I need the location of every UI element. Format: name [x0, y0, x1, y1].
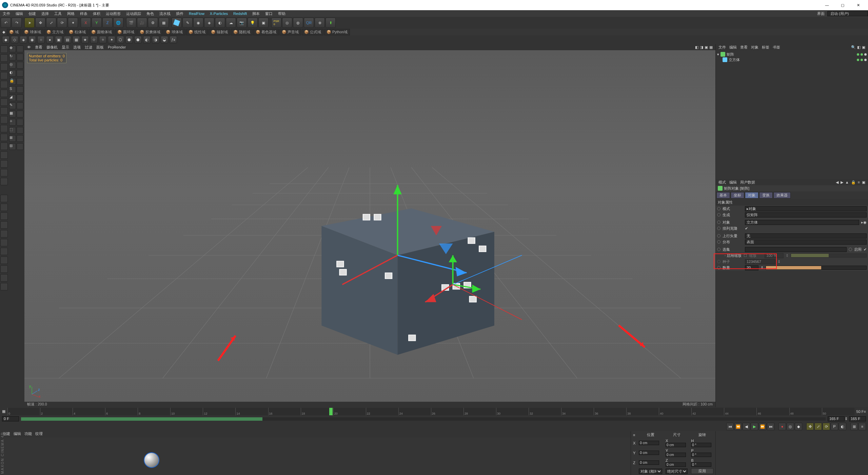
- tool2-9b[interactable]: [17, 119, 23, 126]
- keyframe-button[interactable]: ◆: [795, 423, 802, 430]
- make-editable-button[interactable]: [0, 134, 8, 141]
- palette-btn-j[interactable]: [0, 230, 8, 238]
- am-nav-back-icon[interactable]: ◀: [836, 180, 839, 185]
- coord-X-rot[interactable]: [691, 443, 711, 447]
- render-settings-button[interactable]: ⚙: [148, 18, 158, 28]
- attr-selection-field[interactable]: [745, 247, 847, 252]
- generator-button[interactable]: ◈: [204, 18, 214, 28]
- coord-Y-rot[interactable]: [691, 453, 711, 457]
- range-end-field[interactable]: 165 F: [828, 416, 845, 421]
- om-item-矩阵[interactable]: ▾矩阵: [717, 52, 867, 57]
- subdivision-button[interactable]: ◉: [193, 18, 203, 28]
- record-pos-button[interactable]: ✥: [806, 423, 814, 430]
- toolbar3-btn-10[interactable]: ☆: [90, 36, 98, 43]
- rotate-tool[interactable]: ⟳: [57, 18, 67, 28]
- attr-object-pick-icon[interactable]: ▸◉: [861, 220, 867, 225]
- toolbar3-btn-14[interactable]: ⬢: [125, 36, 133, 43]
- field-tab-随机域[interactable]: 📦 随机域: [231, 29, 253, 35]
- vp-toggle-3[interactable]: ▣: [705, 45, 708, 50]
- record-button[interactable]: ●: [778, 423, 786, 430]
- tool2-3b[interactable]: [17, 70, 23, 77]
- palette-btn-d[interactable]: [0, 169, 8, 176]
- vpmenu-选项[interactable]: 选项: [73, 45, 81, 50]
- toolbar3-btn-3[interactable]: ◉: [28, 36, 36, 43]
- menu-体积[interactable]: 体积: [90, 11, 103, 16]
- toolbar3-btn-12[interactable]: ✦: [108, 36, 115, 43]
- toolbar3-btn-1[interactable]: ◇: [11, 36, 18, 43]
- field-tab-域[interactable]: 📦 域: [7, 29, 21, 35]
- field-tab-球体域[interactable]: 📦 球体域: [163, 29, 185, 35]
- environment-button[interactable]: ☁: [226, 18, 236, 28]
- toolbar3-btn-2[interactable]: ◈: [20, 36, 27, 43]
- ommenu-对象[interactable]: 对象: [751, 45, 758, 50]
- layout-dropdown[interactable]: 启动 (用户): [827, 11, 868, 16]
- attr-seed-field[interactable]: 1234567: [745, 259, 775, 264]
- tool2-8b[interactable]: [17, 111, 23, 117]
- om-layout-icon[interactable]: ▣: [862, 45, 865, 50]
- toolbar3-btn-8[interactable]: ▦: [73, 36, 80, 43]
- tool2-10b[interactable]: [17, 127, 23, 134]
- palette-btn-g[interactable]: [0, 204, 8, 211]
- close-button[interactable]: ✕: [850, 0, 866, 10]
- tool2-5b[interactable]: [17, 86, 23, 93]
- point-mode-button[interactable]: [0, 72, 8, 79]
- palette-btn-a[interactable]: [0, 142, 8, 150]
- amtab-对象[interactable]: 对象: [745, 192, 758, 198]
- tool2-4b[interactable]: [17, 78, 23, 85]
- vpmenu-查看[interactable]: 查看: [35, 45, 42, 50]
- tool2-6a[interactable]: ◢: [9, 94, 16, 101]
- palette-btn-p[interactable]: [0, 283, 8, 290]
- timeline-config-button[interactable]: ≡: [859, 423, 866, 430]
- timeline-options-button[interactable]: ⊞: [850, 423, 858, 430]
- record-rot-button[interactable]: ⟳: [823, 423, 830, 430]
- toolbar3-btn-5[interactable]: ●: [46, 36, 54, 43]
- om-item-立方体[interactable]: 立方体: [717, 57, 867, 62]
- palette-btn-n[interactable]: [0, 265, 8, 273]
- keyframe-next-button[interactable]: ⏩: [759, 423, 766, 430]
- vpmenu-过滤[interactable]: 过滤: [85, 45, 92, 50]
- vpmenu-摄像机[interactable]: 摄像机: [46, 45, 58, 50]
- ommenu-查看[interactable]: 查看: [740, 45, 748, 50]
- tweak-mode-button[interactable]: [0, 107, 8, 115]
- time-range-bar[interactable]: 0 F 165 F⇕ 165 F: [0, 416, 868, 422]
- attr-enable-checkbox[interactable]: ✔: [864, 247, 867, 252]
- world-axis-button[interactable]: 🌐: [113, 18, 123, 28]
- attr-object-link[interactable]: 立方体: [745, 220, 859, 225]
- recent-tool[interactable]: ✦: [68, 18, 78, 28]
- attr-scale-field[interactable]: 100 %: [765, 253, 784, 258]
- ommenu-书签[interactable]: 书签: [773, 45, 780, 50]
- attr-scale-slider[interactable]: [791, 253, 867, 258]
- ammenu-模式[interactable]: 模式: [718, 180, 726, 185]
- palette-btn-b[interactable]: [0, 151, 8, 159]
- tool2-0b[interactable]: [17, 45, 23, 52]
- tool2-5a[interactable]: S: [9, 86, 16, 93]
- palette-btn-f[interactable]: [0, 195, 8, 202]
- menu-帮助[interactable]: 帮助: [275, 11, 288, 16]
- axis-z-button[interactable]: Z: [102, 18, 113, 28]
- palette-btn-e[interactable]: [0, 178, 8, 185]
- toolbar3-btn-9[interactable]: ★: [81, 36, 89, 43]
- coord-Y-size[interactable]: [666, 453, 686, 457]
- range-start-field[interactable]: 0 F: [2, 416, 19, 421]
- tool2-12a[interactable]: ⊟: [9, 143, 16, 150]
- menu-编辑[interactable]: 编辑: [13, 11, 26, 16]
- tool2-12b[interactable]: [17, 143, 23, 150]
- coord-size-mode-dropdown[interactable]: 绝对尺寸: [666, 469, 688, 474]
- attr-mode-dropdown[interactable]: ▸ 对象: [745, 206, 867, 211]
- coord-mode-dropdown[interactable]: 对象 (相对): [639, 469, 662, 474]
- palette-btn-m[interactable]: [0, 256, 8, 264]
- tool2-9a[interactable]: ✧: [9, 119, 16, 126]
- tool2-1b[interactable]: [17, 54, 23, 60]
- locked-button[interactable]: [0, 125, 8, 132]
- coord-Z-pos[interactable]: [639, 460, 659, 465]
- ammenu-编辑[interactable]: 编辑: [729, 180, 737, 185]
- render-view-button[interactable]: 🎬: [126, 18, 136, 28]
- palette-btn-k[interactable]: [0, 239, 8, 246]
- coord-X-pos[interactable]: [639, 441, 659, 445]
- primitive-cube-button[interactable]: [172, 18, 182, 28]
- material-manager[interactable]: 创建编辑功能纹理: [0, 431, 631, 475]
- scale-tool[interactable]: ⤢: [46, 18, 56, 28]
- am-lock-icon[interactable]: 🔒: [851, 180, 856, 185]
- vpmenu-面板[interactable]: 面板: [96, 45, 104, 50]
- vpmenu-ProRender[interactable]: ProRender: [108, 45, 126, 49]
